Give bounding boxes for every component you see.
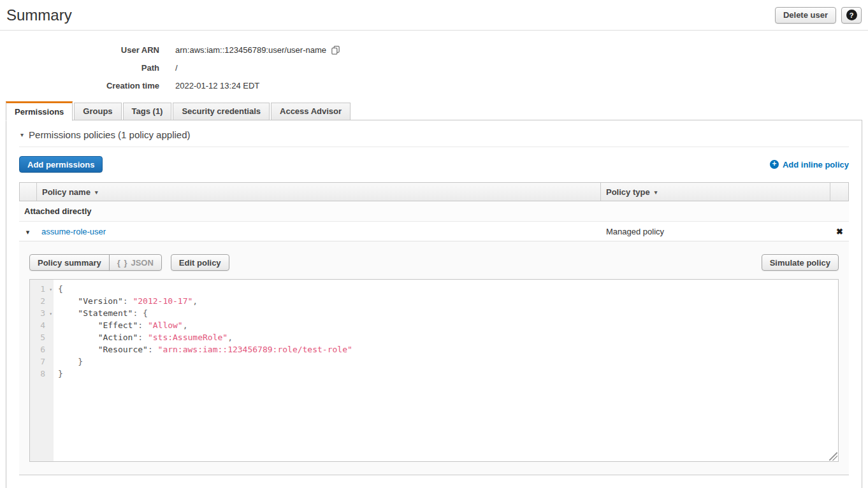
line-number: 6 (30, 343, 54, 355)
path-row: Path / (0, 59, 868, 76)
user-arn-row: User ARN arn:aws:iam::123456789:user/use… (0, 41, 868, 59)
user-arn-value: arn:aws:iam::123456789:user/user-name (175, 45, 326, 55)
code-line: } (58, 368, 838, 380)
sort-caret-icon: ▾ (95, 188, 98, 196)
code-line: "Effect": "Allow", (58, 319, 838, 331)
creation-time-label: Creation time (0, 81, 159, 90)
page-header: Summary Delete user ? (0, 0, 868, 31)
braces-icon: { } (117, 258, 128, 268)
code-line: { (58, 283, 838, 295)
edit-policy-button[interactable]: Edit policy (171, 254, 229, 271)
user-info: User ARN arn:aws:iam::123456789:user/use… (0, 41, 868, 94)
help-button[interactable]: ? (841, 7, 862, 24)
policy-summary-button[interactable]: Policy summary (29, 254, 110, 271)
tab-tags[interactable]: Tags (1) (123, 103, 172, 120)
add-permissions-button[interactable]: Add permissions (19, 156, 103, 173)
actions-column-header (830, 183, 848, 201)
line-number: 4 (30, 319, 54, 331)
line-number: 2 (30, 295, 54, 307)
fold-caret-icon[interactable]: ▾ (49, 308, 52, 320)
policy-view-switcher: Policy summary { } JSON (29, 254, 162, 271)
plus-circle-icon: + (770, 160, 779, 169)
policy-type-cell: Managed policy (601, 227, 830, 236)
code-line: "Action": "sts:AssumeRole", (58, 331, 838, 343)
creation-time-value: 2022-01-12 13:24 EDT (175, 81, 259, 90)
path-value: / (175, 63, 178, 73)
policy-detail-toolbar: Policy summary { } JSON Edit policy Simu… (29, 254, 839, 271)
tab-bar: Permissions Groups Tags (1) Security cre… (6, 101, 868, 120)
policy-table-row: ▾ assume-role-user Managed policy ✖ (19, 222, 849, 241)
copy-icon[interactable] (331, 45, 340, 55)
code-line: } (58, 355, 838, 368)
page-title: Summary (6, 6, 72, 24)
editor-resize-handle[interactable] (829, 452, 837, 461)
json-policy-editor[interactable]: 1▾23▾45678 { "Version": "2012-10-17", "S… (29, 279, 839, 462)
line-number: 7 (30, 355, 54, 368)
code-line: "Version": "2012-10-17", (58, 295, 838, 307)
chevron-down-icon: ▾ (20, 131, 24, 138)
user-arn-label: User ARN (0, 45, 159, 55)
line-number: 8 (30, 368, 54, 380)
expand-column-header (20, 183, 37, 201)
path-label: Path (0, 63, 159, 73)
detach-policy-icon[interactable]: ✖ (836, 227, 843, 236)
policy-detail-panel: Policy summary { } JSON Edit policy Simu… (19, 241, 849, 475)
attached-directly-group-row: Attached directly (19, 201, 849, 222)
code-line: "Resource": "arn:aws:iam::123456789:role… (58, 343, 838, 355)
policies-toolbar: Add permissions + Add inline policy (19, 156, 849, 173)
code-line: "Statement": { (58, 307, 838, 319)
tab-permissions[interactable]: Permissions (6, 101, 73, 121)
json-view-button[interactable]: { } JSON (109, 254, 162, 271)
header-actions: Delete user ? (775, 7, 862, 24)
line-number: 3▾ (30, 307, 54, 319)
delete-user-button[interactable]: Delete user (775, 7, 836, 24)
policy-table: Policy name ▾ Policy type ▾ Attached dir… (19, 182, 849, 475)
add-inline-policy-link[interactable]: + Add inline policy (770, 160, 849, 169)
tab-access-advisor[interactable]: Access Advisor (271, 103, 351, 120)
row-expand-toggle[interactable]: ▾ (19, 227, 36, 236)
line-number: 1▾ (30, 283, 54, 295)
chevron-down-icon: ▾ (26, 228, 30, 236)
fold-caret-icon[interactable]: ▾ (49, 283, 52, 296)
sort-caret-icon: ▾ (655, 188, 658, 196)
editor-gutter: 1▾23▾45678 (30, 280, 54, 461)
policy-table-header: Policy name ▾ Policy type ▾ (19, 182, 849, 201)
simulate-policy-button[interactable]: Simulate policy (762, 254, 839, 271)
tab-security-credentials[interactable]: Security credentials (173, 103, 270, 120)
policy-name-link[interactable]: assume-role-user (41, 227, 106, 236)
permissions-tab-panel: ▾ Permissions policies (1 policy applied… (6, 120, 862, 488)
editor-code[interactable]: { "Version": "2012-10-17", "Statement": … (54, 280, 838, 461)
line-number: 5 (30, 331, 54, 343)
policy-name-column-header[interactable]: Policy name ▾ (37, 183, 600, 201)
tab-groups[interactable]: Groups (74, 103, 121, 120)
policy-type-column-header[interactable]: Policy type ▾ (600, 183, 830, 201)
creation-time-row: Creation time 2022-01-12 13:24 EDT (0, 76, 868, 94)
permissions-policies-heading[interactable]: ▾ Permissions policies (1 policy applied… (19, 128, 849, 147)
question-mark-icon: ? (846, 10, 857, 20)
section-title: Permissions policies (1 policy applied) (29, 129, 190, 140)
